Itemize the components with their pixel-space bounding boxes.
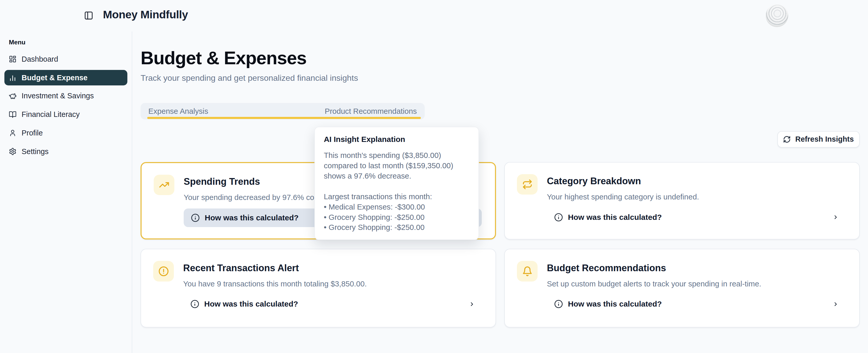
page-subtitle: Track your spending and get personalized… — [141, 72, 358, 83]
sidebar-item-dashboard[interactable]: Dashboard — [4, 51, 127, 67]
how-calculated-link[interactable]: How was this calculated? — [547, 208, 846, 227]
panel-left-icon — [84, 11, 93, 20]
ai-insight-tooltip: AI Insight Explanation This month's spen… — [314, 127, 479, 240]
sidebar-item-label: Settings — [22, 147, 49, 156]
card-description: You have 9 transactions this month total… — [183, 279, 367, 289]
tooltip-spacer — [324, 181, 469, 191]
sidebar: Menu Dashboard Budget & Expense Investme… — [0, 32, 132, 353]
chevron-right-icon — [469, 301, 475, 307]
avatar[interactable] — [766, 4, 788, 27]
tab-list: Expense Analysis Product Recommendations — [141, 103, 425, 119]
how-calculated-label: How was this calculated? — [205, 213, 299, 222]
how-calculated-link[interactable]: How was this calculated? — [547, 295, 846, 314]
card-description: Your highest spending category is undefi… — [547, 192, 699, 202]
info-icon — [190, 299, 199, 308]
sidebar-section-label: Menu — [9, 39, 25, 46]
card-title: Recent Transactions Alert — [183, 263, 299, 274]
sidebar-item-settings[interactable]: Settings — [4, 144, 127, 159]
chevron-right-icon — [833, 301, 839, 307]
app-window: Money Mindfully Menu Dashboard Budget & … — [0, 0, 868, 353]
gear-icon — [9, 148, 17, 155]
info-icon — [191, 213, 200, 222]
info-icon — [554, 299, 563, 308]
sidebar-item-label: Financial Literacy — [22, 110, 80, 119]
tab-expense-analysis[interactable]: Expense Analysis — [148, 107, 208, 116]
tab-underline — [147, 117, 421, 119]
refresh-insights-label: Refresh Insights — [796, 135, 854, 143]
page-title: Budget & Expenses — [141, 46, 306, 70]
sidebar-item-profile[interactable]: Profile — [4, 125, 127, 141]
card-icon-chip — [517, 174, 537, 195]
card-icon-chip — [153, 261, 174, 281]
tooltip-paragraph: Largest transactions this month: — [324, 191, 469, 202]
insight-card-recent-transactions: Recent Transactions Alert You have 9 tra… — [141, 249, 496, 327]
card-icon-chip — [517, 261, 537, 281]
bell-icon — [522, 266, 533, 277]
tooltip-bullet: • Grocery Shopping: -$250.00 — [324, 222, 469, 233]
sidebar-item-label: Dashboard — [22, 55, 58, 64]
sidebar-item-budget-expense[interactable]: Budget & Expense — [4, 70, 127, 85]
tooltip-title: AI Insight Explanation — [324, 135, 469, 144]
repeat-icon — [522, 179, 533, 190]
piggy-bank-icon — [9, 92, 17, 100]
sidebar-item-investment-savings[interactable]: Investment & Savings — [4, 88, 127, 104]
insight-card-budget-recommendations: Budget Recommendations Set up custom bud… — [504, 249, 860, 327]
info-icon — [554, 213, 563, 222]
tooltip-bullet: • Grocery Shopping: -$250.00 — [324, 212, 469, 222]
how-calculated-label: How was this calculated? — [204, 299, 298, 308]
refresh-icon — [783, 136, 791, 143]
tooltip-bullet: • Medical Expenses: -$300.00 — [324, 202, 469, 212]
card-title: Budget Recommendations — [547, 263, 666, 274]
book-open-icon — [9, 111, 17, 118]
sidebar-item-financial-literacy[interactable]: Financial Literacy — [4, 107, 127, 122]
sidebar-item-label: Profile — [22, 129, 43, 137]
tab-product-recommendations[interactable]: Product Recommendations — [325, 107, 417, 116]
refresh-insights-button[interactable]: Refresh Insights — [777, 131, 860, 148]
card-icon-chip — [154, 175, 174, 195]
how-calculated-label: How was this calculated? — [568, 213, 661, 222]
tooltip-paragraph: This month's spending ($3,850.00) compar… — [324, 150, 469, 181]
how-calculated-link[interactable]: How was this calculated? — [183, 295, 482, 314]
bar-chart-icon — [9, 74, 17, 81]
insight-card-category-breakdown: Category Breakdown Your highest spending… — [504, 162, 860, 240]
card-title: Category Breakdown — [547, 176, 641, 186]
chevron-right-icon — [833, 214, 839, 220]
dashboard-icon — [9, 55, 17, 63]
alert-circle-icon — [158, 266, 169, 277]
sidebar-toggle-button[interactable] — [82, 9, 95, 22]
top-header: Money Mindfully — [0, 0, 868, 32]
how-calculated-label: How was this calculated? — [568, 299, 661, 308]
user-icon — [9, 129, 17, 137]
sidebar-item-label: Budget & Expense — [22, 74, 88, 82]
trending-up-icon — [159, 180, 169, 190]
app-title: Money Mindfully — [103, 7, 188, 22]
card-title: Spending Trends — [184, 176, 260, 187]
sidebar-item-label: Investment & Savings — [22, 92, 94, 100]
main-content: Budget & Expenses Track your spending an… — [132, 32, 868, 353]
card-description: Set up custom budget alerts to track you… — [547, 279, 761, 289]
